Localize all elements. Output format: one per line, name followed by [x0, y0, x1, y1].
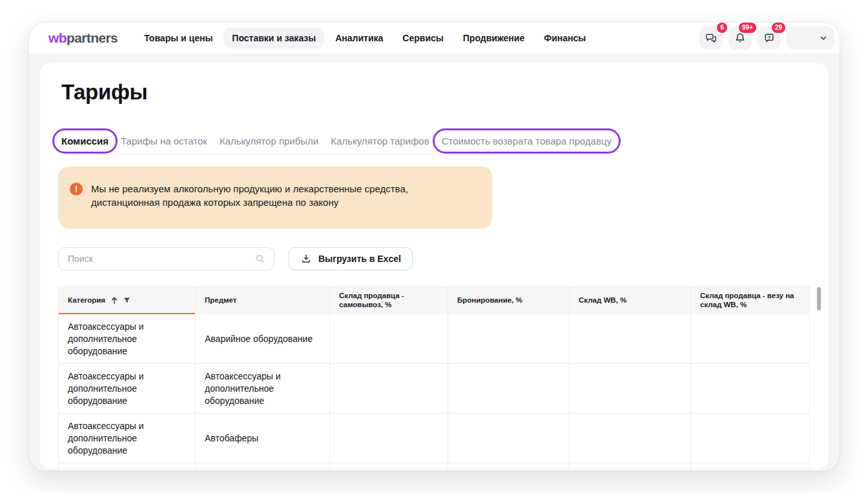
- wbpartners-logo[interactable]: wbpartners: [48, 30, 118, 46]
- tab[interactable]: Калькулятор прибыли: [220, 136, 318, 146]
- table-cell: [59, 463, 196, 469]
- help-button[interactable]: ? 29: [758, 26, 781, 50]
- chat-button[interactable]: 6: [699, 26, 723, 50]
- notifications-badge: 99+: [739, 23, 756, 33]
- tab[interactable]: Стоимость возврата товара продавцу: [442, 136, 612, 146]
- logo-wb: wb: [48, 30, 67, 45]
- search-icon: [254, 253, 266, 265]
- nav-item[interactable]: Товары и цены: [136, 28, 221, 48]
- column-header[interactable]: Склад продавца - самовывоз, %: [330, 286, 448, 314]
- svg-text:?: ?: [768, 35, 771, 41]
- account-menu[interactable]: [787, 26, 834, 50]
- tab[interactable]: Тарифы на остаток: [121, 136, 207, 146]
- table-cell: [196, 463, 330, 469]
- logo-partners: partners: [67, 30, 118, 45]
- toolbar: Выгрузить в Excel: [58, 247, 413, 270]
- column-header-label: Категория: [68, 296, 105, 305]
- table-row: Автоаксессуары и дополнительное оборудов…: [59, 364, 809, 414]
- table-cell: [691, 314, 810, 363]
- chevron-down-icon: [818, 33, 829, 43]
- chat-badge: 6: [717, 23, 727, 33]
- export-excel-button[interactable]: Выгрузить в Excel: [289, 247, 413, 270]
- table-cell: Автоаксессуары и дополнительное оборудов…: [196, 364, 330, 413]
- table-cell: [691, 463, 810, 469]
- bell-icon: [734, 32, 747, 45]
- table-header: КатегорияПредметСклад продавца - самовыв…: [59, 286, 809, 314]
- export-excel-label: Выгрузить в Excel: [318, 254, 401, 264]
- table-body: Автоаксессуары и дополнительное оборудов…: [59, 314, 809, 469]
- table-row: Автоаксессуары и дополнительное оборудов…: [59, 414, 809, 463]
- table-cell: [691, 414, 810, 463]
- table-cell: Аварийное оборудование: [196, 314, 330, 363]
- table-cell: [330, 364, 448, 413]
- column-header[interactable]: Бронирование, %: [448, 286, 570, 314]
- filter-icon[interactable]: [123, 296, 131, 305]
- annotation-ring: [433, 128, 621, 154]
- notifications-button[interactable]: 99+: [728, 26, 752, 50]
- table-row: [59, 463, 809, 469]
- sort-ascending-icon[interactable]: [110, 296, 118, 305]
- tariffs-table: КатегорияПредметСклад продавца - самовыв…: [58, 286, 809, 469]
- nav-item[interactable]: Поставки и заказы: [223, 28, 324, 48]
- warning-icon: !: [70, 183, 83, 196]
- column-header-label: Склад продавца - везу на склад WB, %: [700, 291, 800, 309]
- search-input[interactable]: [67, 253, 249, 265]
- table-cell: [448, 314, 570, 363]
- table-cell: [570, 414, 691, 463]
- table-cell: Автоаксессуары и дополнительное оборудов…: [59, 314, 196, 363]
- column-header[interactable]: Предмет: [196, 286, 330, 314]
- table-cell: Автоаксессуары и дополнительное оборудов…: [59, 364, 196, 413]
- tabs: КомиссияТарифы на остатокКалькулятор при…: [61, 136, 612, 155]
- table-cell: [448, 414, 570, 463]
- tab[interactable]: Комиссия: [61, 136, 108, 146]
- main-nav: Товары и ценыПоставки и заказыАналитикаС…: [136, 28, 594, 48]
- table-cell: [330, 414, 448, 463]
- column-header-label: Бронирование, %: [457, 296, 522, 305]
- warning-text: Мы не реализуем алкогольную продукцию и …: [91, 182, 443, 209]
- page-title: Тарифы: [61, 80, 147, 105]
- column-header[interactable]: Склад продавца - везу на склад WB, %: [691, 286, 810, 314]
- table-cell: Автоаксессуары и дополнительное оборудов…: [59, 414, 196, 463]
- table-cell: [330, 314, 448, 363]
- app-window: wbpartners Товары и ценыПоставки и заказ…: [29, 23, 840, 471]
- topbar-actions: 6 99+ ? 29: [699, 26, 834, 50]
- warning-banner: ! Мы не реализуем алкогольную продукцию …: [58, 166, 492, 228]
- content-panel: Тарифы КомиссияТарифы на остатокКалькуля…: [40, 63, 829, 469]
- nav-item[interactable]: Продвижение: [455, 28, 533, 48]
- column-header-label: Склад продавца - самовывоз, %: [339, 291, 439, 309]
- table-cell: [691, 364, 810, 413]
- column-header-label: Склад WB, %: [579, 296, 626, 305]
- column-header[interactable]: Категория: [59, 286, 196, 314]
- search-box: [58, 247, 274, 270]
- nav-item[interactable]: Сервисы: [394, 28, 451, 48]
- table-cell: [570, 463, 691, 469]
- chat-icon: [705, 32, 718, 45]
- tab[interactable]: Калькулятор тарифов: [331, 136, 429, 146]
- topbar: wbpartners Товары и ценыПоставки и заказ…: [29, 23, 840, 54]
- table-cell: Автобаферы: [196, 414, 330, 463]
- table-cell: [448, 364, 570, 413]
- column-header-label: Предмет: [205, 296, 236, 305]
- table-cell: [330, 463, 448, 469]
- help-badge: 29: [772, 23, 785, 33]
- table-cell: [570, 314, 691, 363]
- table-cell: [448, 463, 570, 469]
- table-cell: [570, 364, 691, 413]
- column-header[interactable]: Склад WB, %: [570, 286, 691, 314]
- help-icon: ?: [763, 32, 776, 45]
- table-scrollbar[interactable]: [817, 287, 821, 310]
- nav-item[interactable]: Аналитика: [327, 28, 391, 48]
- annotation-ring: [52, 128, 118, 154]
- nav-item[interactable]: Финансы: [535, 28, 594, 48]
- download-icon: [300, 253, 312, 265]
- table-row: Автоаксессуары и дополнительное оборудов…: [59, 314, 809, 364]
